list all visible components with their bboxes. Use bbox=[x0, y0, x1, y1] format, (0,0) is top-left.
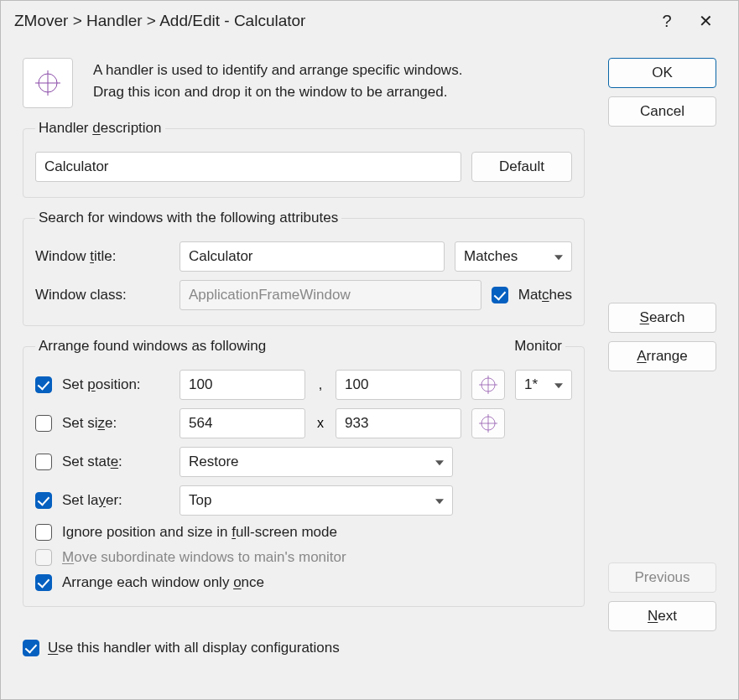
x-separator: x bbox=[315, 416, 325, 431]
arrange-once-checkbox[interactable] bbox=[35, 574, 52, 591]
set-state-checkbox[interactable] bbox=[35, 454, 52, 470]
next-button[interactable]: Next bbox=[608, 601, 716, 631]
arrange-legend: Arrange found windows as following bbox=[39, 338, 266, 355]
size-width-input[interactable] bbox=[180, 408, 305, 438]
search-group: Search for windows with the following at… bbox=[23, 210, 585, 326]
window-title: ZMover > Handler > Add/Edit - Calculator bbox=[14, 12, 648, 30]
handler-description-group: Handler description Default bbox=[23, 120, 585, 198]
arrange-once-label: Arrange each window only once bbox=[62, 574, 264, 591]
move-subordinate-label: Move subordinate windows to main's monit… bbox=[62, 549, 346, 566]
set-state-label: Set state: bbox=[62, 454, 169, 470]
ok-button[interactable]: OK bbox=[608, 58, 716, 88]
class-match-label: Matches bbox=[518, 287, 572, 303]
title-match-select[interactable]: Matches bbox=[455, 241, 572, 272]
set-layer-checkbox[interactable] bbox=[35, 492, 52, 509]
window-class-label: Window class: bbox=[35, 287, 169, 303]
window-class-input bbox=[180, 280, 481, 310]
use-handler-checkbox[interactable] bbox=[23, 640, 39, 656]
search-button[interactable]: Search bbox=[608, 303, 716, 333]
layer-select[interactable]: Top bbox=[180, 485, 453, 516]
search-legend: Search for windows with the following at… bbox=[35, 210, 341, 226]
intro-text: A handler is used to identify and arrang… bbox=[93, 58, 462, 102]
class-match-checkbox[interactable] bbox=[492, 287, 508, 303]
comma-separator: , bbox=[315, 377, 325, 392]
monitor-label: Monitor bbox=[514, 338, 562, 355]
move-subordinate-checkbox bbox=[35, 549, 52, 566]
default-button[interactable]: Default bbox=[471, 152, 572, 182]
pick-size-button[interactable] bbox=[471, 408, 505, 438]
titlebar: ZMover > Handler > Add/Edit - Calculator… bbox=[1, 1, 738, 41]
state-select[interactable]: Restore bbox=[180, 447, 453, 477]
arrange-group: Arrange found windows as following Monit… bbox=[23, 338, 585, 607]
arrange-button[interactable]: Arrange bbox=[608, 341, 716, 371]
description-input[interactable] bbox=[35, 152, 461, 182]
help-icon[interactable]: ? bbox=[648, 12, 686, 31]
set-size-label: Set size: bbox=[62, 415, 169, 432]
monitor-select[interactable]: 1* bbox=[515, 370, 572, 400]
position-x-input[interactable] bbox=[180, 370, 305, 400]
ignore-fullscreen-checkbox[interactable] bbox=[35, 524, 52, 541]
set-position-checkbox[interactable] bbox=[35, 376, 52, 393]
drag-target-icon[interactable] bbox=[23, 58, 73, 108]
position-y-input[interactable] bbox=[336, 370, 461, 400]
size-height-input[interactable] bbox=[336, 408, 461, 438]
ignore-fullscreen-label: Ignore position and size in full-screen … bbox=[62, 524, 337, 541]
window-title-label: Window title: bbox=[35, 248, 169, 265]
set-size-checkbox[interactable] bbox=[35, 415, 52, 432]
window-title-input[interactable] bbox=[180, 241, 445, 272]
close-icon[interactable]: ✕ bbox=[686, 11, 725, 31]
handler-description-legend: Handler description bbox=[35, 120, 165, 137]
pick-position-button[interactable] bbox=[471, 370, 505, 400]
set-layer-label: Set layer: bbox=[62, 492, 169, 509]
use-handler-label: Use this handler with all display config… bbox=[48, 640, 340, 656]
previous-button: Previous bbox=[608, 563, 716, 593]
set-position-label: Set position: bbox=[62, 376, 169, 393]
cancel-button[interactable]: Cancel bbox=[608, 96, 716, 127]
